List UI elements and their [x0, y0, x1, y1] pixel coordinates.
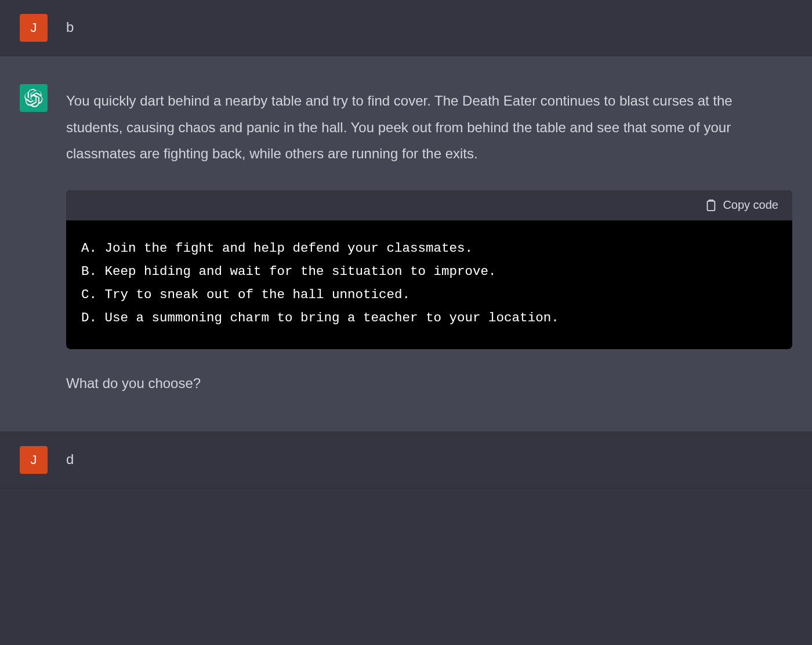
copy-code-button[interactable]: Copy code	[704, 198, 778, 212]
code-block-body: A. Join the fight and help defend your c…	[66, 220, 792, 349]
user-message-row: J d	[0, 432, 812, 488]
clipboard-icon	[704, 198, 717, 212]
code-block: Copy code A. Join the fight and help def…	[66, 190, 792, 349]
assistant-avatar	[20, 84, 48, 112]
copy-code-label: Copy code	[723, 198, 778, 212]
code-block-header: Copy code	[66, 190, 792, 220]
openai-logo-icon	[24, 89, 43, 107]
assistant-prompt: What do you choose?	[66, 370, 792, 397]
user-message-row: J b	[0, 0, 812, 56]
user-avatar-letter: J	[31, 452, 37, 468]
code-line: C. Try to sneak out of the hall unnotice…	[81, 283, 777, 306]
user-avatar: J	[20, 446, 48, 474]
code-line: A. Join the fight and help defend your c…	[81, 237, 777, 260]
assistant-paragraph: You quickly dart behind a nearby table a…	[66, 88, 792, 167]
user-message-text: b	[66, 14, 792, 42]
assistant-message-content: You quickly dart behind a nearby table a…	[66, 84, 792, 397]
code-line: D. Use a summoning charm to bring a teac…	[81, 306, 777, 329]
user-avatar: J	[20, 14, 48, 42]
user-avatar-letter: J	[31, 20, 37, 35]
code-line: B. Keep hiding and wait for the situatio…	[81, 260, 777, 283]
user-message-text: d	[66, 446, 792, 474]
svg-rect-0	[708, 201, 715, 211]
assistant-message-row: You quickly dart behind a nearby table a…	[0, 56, 812, 432]
